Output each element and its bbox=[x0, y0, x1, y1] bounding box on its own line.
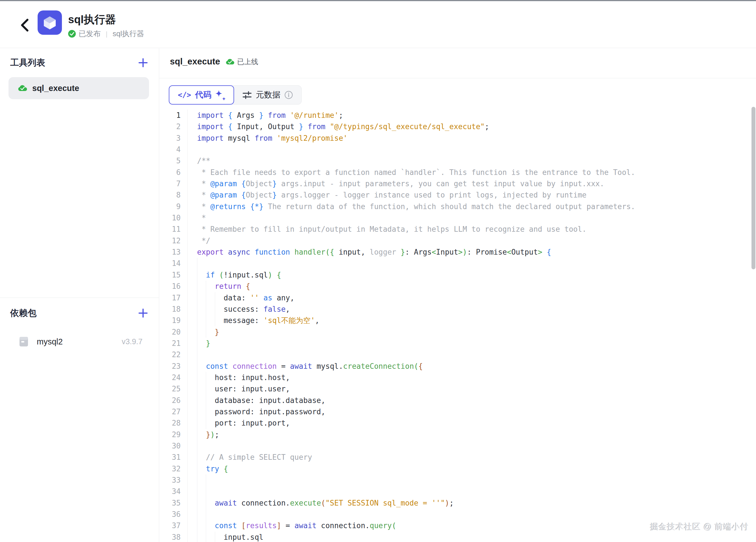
add-dependency-button[interactable] bbox=[137, 307, 149, 319]
code-token: } bbox=[299, 122, 303, 131]
header: sql执行器 已发布 | sql执行器 bbox=[0, 1, 756, 48]
code-line[interactable] bbox=[197, 486, 756, 497]
tab-metadata[interactable]: 元数据 bbox=[234, 86, 301, 104]
code-token: ; bbox=[485, 122, 489, 131]
code-token: { bbox=[547, 248, 551, 256]
line-number: 7 bbox=[159, 178, 187, 189]
code-token: Output bbox=[511, 248, 538, 256]
line-number: 26 bbox=[159, 395, 187, 406]
line-number: 37 bbox=[159, 520, 187, 531]
code-line[interactable] bbox=[197, 509, 756, 520]
code-token: { bbox=[228, 111, 233, 120]
code-line[interactable]: return { bbox=[197, 280, 756, 292]
vertical-scrollbar[interactable] bbox=[751, 107, 755, 269]
sidebar-item-sql-execute[interactable]: sql_execute bbox=[8, 77, 149, 99]
code-line[interactable]: if (!input.sql) { bbox=[197, 269, 756, 280]
code-line[interactable] bbox=[197, 440, 756, 452]
dependency-item-mysql2[interactable]: mysql2 v3.9.7 bbox=[18, 332, 142, 351]
code-line[interactable]: * Each file needs to export a function n… bbox=[197, 167, 756, 178]
code-token: * bbox=[197, 202, 210, 211]
code-token: logger bbox=[370, 248, 396, 256]
code-line[interactable]: port: input.port, bbox=[197, 417, 756, 429]
code-line[interactable]: input.sql bbox=[197, 532, 756, 542]
code-token: The return data of the function, which s… bbox=[263, 202, 635, 211]
code-line[interactable]: await connection.execute("SET SESSION sq… bbox=[197, 497, 756, 509]
code-line[interactable]: import mysql from 'mysql2/promise' bbox=[197, 133, 756, 144]
code-line[interactable]: data: '' as any, bbox=[197, 292, 756, 303]
code-line[interactable]: success: false, bbox=[197, 303, 756, 315]
code-line[interactable]: * @returns {*} The return data of the fu… bbox=[197, 201, 756, 212]
line-number: 5 bbox=[159, 155, 187, 167]
header-sub-row: 已发布 | sql执行器 bbox=[68, 29, 144, 39]
code-token: ( bbox=[321, 499, 325, 507]
tab-code[interactable]: </> 代码 ✦✦ bbox=[169, 85, 234, 105]
page-title: sql执行器 bbox=[68, 12, 116, 27]
code-line[interactable] bbox=[197, 144, 756, 155]
code-token: { bbox=[246, 282, 250, 290]
deps-section-header: 依赖包 bbox=[10, 307, 149, 319]
line-number: 36 bbox=[159, 509, 187, 520]
code-line[interactable]: * @param {Object} args.logger - logger i… bbox=[197, 189, 756, 201]
code-line[interactable]: * Remember to fill in input/output in Me… bbox=[197, 224, 756, 235]
code-line[interactable]: password: input.password, bbox=[197, 406, 756, 417]
code-token: ({ bbox=[325, 248, 334, 256]
code-token: Object bbox=[246, 180, 272, 188]
indent-guide bbox=[215, 303, 224, 315]
code-line[interactable]: */ bbox=[197, 235, 756, 247]
code-token: try bbox=[206, 465, 224, 473]
code-token: /** bbox=[197, 157, 210, 165]
code-lines[interactable]: import { Args } from '@/runtime';import … bbox=[187, 110, 756, 542]
code-line[interactable]: database: input.database, bbox=[197, 395, 756, 406]
line-number: 27 bbox=[159, 406, 187, 417]
indent-guide bbox=[197, 280, 206, 292]
code-icon: </> bbox=[178, 91, 191, 99]
code-line[interactable]: message: 'sql不能为空', bbox=[197, 315, 756, 326]
code-token: "SET SESSION sql_mode = ''" bbox=[325, 499, 445, 507]
code-token: } bbox=[215, 328, 219, 336]
code-token: ) bbox=[268, 271, 272, 279]
code-line[interactable]: /** bbox=[197, 155, 756, 167]
code-line[interactable]: }); bbox=[197, 429, 756, 440]
line-number: 3 bbox=[159, 133, 187, 144]
code-line[interactable]: host: input.host, bbox=[197, 372, 756, 383]
code-token: } bbox=[206, 430, 210, 439]
code-line[interactable]: user: input.user, bbox=[197, 383, 756, 394]
add-tool-button[interactable] bbox=[137, 57, 149, 68]
back-button[interactable] bbox=[18, 18, 32, 33]
code-token: = bbox=[277, 362, 290, 370]
code-line[interactable] bbox=[197, 258, 756, 269]
code-line[interactable]: * @param {Object} args.input - input par… bbox=[197, 178, 756, 189]
main-title-row: sql_execute 已上线 bbox=[170, 57, 258, 67]
indent-guide bbox=[197, 463, 206, 474]
code-line[interactable]: } bbox=[197, 326, 756, 338]
code-line[interactable]: // A simple SELECT query bbox=[197, 452, 756, 463]
code-token: } bbox=[206, 339, 210, 347]
code-editor[interactable]: 1234567891011121314151617181920212223242… bbox=[159, 110, 756, 542]
code-line[interactable] bbox=[197, 349, 756, 360]
code-line[interactable]: * bbox=[197, 212, 756, 224]
app-window: sql执行器 已发布 | sql执行器 工具列表 bbox=[0, 0, 756, 542]
indent-guide bbox=[197, 497, 206, 509]
code-token: } bbox=[272, 191, 277, 199]
code-line[interactable]: const connection = await mysql.createCon… bbox=[197, 360, 756, 372]
indent-guide bbox=[197, 292, 206, 303]
line-number: 10 bbox=[159, 212, 187, 224]
indent-guide bbox=[197, 372, 206, 383]
code-line[interactable]: export async function handler({ input, l… bbox=[197, 247, 756, 258]
code-line[interactable]: import { Args } from '@/runtime'; bbox=[197, 110, 756, 121]
code-line[interactable]: } bbox=[197, 338, 756, 349]
code-token: handler bbox=[290, 248, 325, 256]
info-icon[interactable] bbox=[284, 91, 293, 99]
code-token: function bbox=[250, 248, 290, 256]
code-token: from bbox=[250, 134, 277, 143]
code-line[interactable]: try { bbox=[197, 463, 756, 474]
cloud-check-icon bbox=[18, 85, 27, 92]
code-token: mysql. bbox=[312, 362, 343, 370]
code-line[interactable] bbox=[197, 474, 756, 486]
indent-guide bbox=[206, 303, 215, 315]
code-token: {*} bbox=[250, 202, 263, 211]
code-token: = bbox=[281, 521, 294, 530]
code-token bbox=[237, 180, 241, 188]
code-line[interactable]: import { Input, Output } from "@/typings… bbox=[197, 121, 756, 132]
code-token: * bbox=[197, 180, 210, 188]
